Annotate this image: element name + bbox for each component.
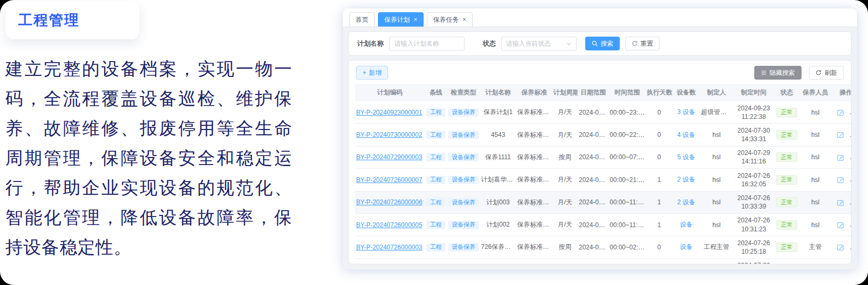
close-tab-icon[interactable]: × bbox=[414, 16, 417, 23]
cell-status: 正常 bbox=[774, 101, 799, 124]
cell-standard: 保养标准001 bbox=[516, 169, 552, 191]
status-badge: 正常 bbox=[776, 220, 797, 230]
edit-icon[interactable] bbox=[837, 199, 844, 206]
check-type-tag: 设备保养 bbox=[448, 131, 479, 139]
plan-code-link[interactable]: BY-P-20240729000003 bbox=[356, 153, 422, 161]
column-header: 条线 bbox=[425, 84, 447, 101]
plan-code-link[interactable]: BY-P-20240923000001 bbox=[356, 109, 422, 116]
copy-icon[interactable] bbox=[424, 199, 425, 205]
plan-code-link[interactable]: BY-P-20240726000006 bbox=[356, 198, 422, 206]
cell-created-time: 2024-07-26 10:25:18 bbox=[733, 236, 774, 258]
cell-plan-code: BY-P-20240730000002 bbox=[355, 124, 425, 146]
search-button[interactable]: 搜索 bbox=[585, 37, 620, 50]
check-type-tag: 设备保养 bbox=[448, 243, 479, 252]
copy-icon[interactable] bbox=[424, 132, 425, 138]
tab-home[interactable]: 首页 bbox=[349, 12, 375, 27]
plan-code-link[interactable]: BY-P-20240726000007 bbox=[356, 176, 422, 184]
status-label: 状态 bbox=[483, 39, 496, 48]
device-count-link[interactable]: 设备 bbox=[680, 243, 693, 251]
cell-check-type: 设备保养 bbox=[447, 169, 480, 191]
refresh-icon bbox=[631, 40, 638, 47]
hide-search-button[interactable]: 隐藏搜索 bbox=[754, 66, 802, 80]
copy-icon[interactable] bbox=[424, 244, 425, 251]
close-tab-icon[interactable]: × bbox=[462, 16, 466, 23]
plan-name-input[interactable] bbox=[389, 37, 465, 51]
device-count-link[interactable]: 设备 bbox=[680, 221, 693, 228]
cell-line: 工程 bbox=[425, 101, 447, 124]
status-select-placeholder: 请输入当前状态 bbox=[506, 39, 551, 48]
cell-creator: hsl bbox=[700, 258, 733, 264]
cell-cycle: 月/天 bbox=[552, 258, 578, 264]
edit-icon[interactable] bbox=[837, 244, 844, 251]
cell-device-count: 2 设备 bbox=[672, 169, 700, 191]
table-row: BY-P-20240726000005 工程 设备保养 计划002 保养标准00… bbox=[355, 213, 852, 236]
edit-icon[interactable] bbox=[837, 154, 844, 161]
cell-plan-name: 计划嘉华计划 bbox=[480, 169, 516, 191]
check-type-tag: 设备保养 bbox=[448, 176, 479, 184]
cell-time-range: 00:00~22:30 bbox=[609, 124, 646, 146]
refresh-button[interactable]: 刷新 bbox=[809, 66, 844, 80]
cell-created-time: 2024-07-26 16:32:05 bbox=[733, 169, 774, 191]
cell-operations bbox=[832, 101, 852, 124]
cell-exec-days: 0 bbox=[646, 101, 672, 124]
cell-creator: 工程主管 bbox=[700, 236, 733, 258]
cell-staff: hsl bbox=[799, 191, 832, 213]
edit-icon[interactable] bbox=[837, 221, 844, 229]
table-row: BY-P-20240726000007 工程 设备保养 计划嘉华计划 保养标准0… bbox=[355, 169, 852, 191]
cell-plan-code: BY-P-20240726000006 bbox=[355, 191, 425, 213]
list-icon bbox=[761, 70, 767, 76]
module-title: 工程管理 bbox=[18, 11, 80, 30]
edit-icon[interactable] bbox=[837, 176, 844, 184]
table-row: BY-P-20240730000002 工程 设备保养 4543 保养标准001… bbox=[355, 124, 852, 146]
tab-maintenance-task[interactable]: 保养任务 × bbox=[427, 12, 473, 27]
cell-device-count: 3 设备 bbox=[672, 258, 700, 264]
cell-line: 工程 bbox=[425, 236, 447, 258]
plan-name-label: 计划名称 bbox=[357, 39, 384, 48]
copy-icon[interactable] bbox=[424, 222, 425, 228]
device-count-link[interactable]: 5 设备 bbox=[677, 153, 695, 161]
edit-icon[interactable] bbox=[837, 109, 844, 116]
status-badge: 正常 bbox=[776, 243, 797, 252]
cell-plan-name: 保养计划1 bbox=[480, 101, 516, 124]
cell-staff: hsl bbox=[799, 213, 832, 236]
cell-date-range: 2024-07-... bbox=[578, 213, 609, 236]
column-header: 时间范围 bbox=[609, 84, 646, 101]
copy-icon[interactable] bbox=[424, 109, 425, 116]
copy-icon[interactable] bbox=[424, 154, 425, 160]
plan-code-link[interactable]: BY-P-20240726000005 bbox=[356, 221, 422, 229]
cell-staff: hsl bbox=[799, 101, 832, 124]
tab-maintenance-plan[interactable]: 保养计划 × bbox=[378, 12, 424, 27]
edit-icon[interactable] bbox=[837, 131, 844, 139]
device-count-link[interactable]: 2 设备 bbox=[677, 198, 695, 206]
reset-button[interactable]: 重置 bbox=[625, 37, 660, 50]
table-toolbar: + 新增 隐藏搜索 刷新 bbox=[355, 65, 845, 84]
device-count-link[interactable]: 3 设备 bbox=[677, 108, 695, 116]
cell-check-type: 设备保养 bbox=[447, 101, 480, 124]
cell-staff: 主管 bbox=[799, 236, 832, 258]
cell-standard: 保养标准001 bbox=[516, 101, 552, 124]
column-header: 计划编码 bbox=[355, 84, 425, 101]
cell-created-time: 2024-07-26 10:33:39 bbox=[733, 191, 774, 213]
cell-line: 工程 bbox=[425, 258, 447, 264]
device-count-link[interactable]: 4 设备 bbox=[677, 131, 695, 139]
plan-code-link[interactable]: BY-P-20240726000003 bbox=[356, 244, 422, 251]
plus-icon: + bbox=[363, 69, 366, 76]
cell-check-type: 设备保养 bbox=[447, 258, 480, 264]
cell-standard: 保养标准001 bbox=[516, 146, 552, 168]
add-button[interactable]: + 新增 bbox=[356, 66, 388, 80]
plan-code-link[interactable]: BY-P-20240730000002 bbox=[356, 131, 422, 139]
cell-plan-name: 保养计划001 bbox=[480, 258, 516, 264]
status-select[interactable]: 请输入当前状态 bbox=[501, 37, 577, 51]
cell-time-range: 00:00~07:30 bbox=[609, 146, 646, 168]
cell-status: 正常 bbox=[774, 191, 799, 213]
copy-icon[interactable] bbox=[424, 177, 425, 183]
line-tag: 工程 bbox=[426, 243, 445, 252]
search-icon bbox=[592, 40, 598, 47]
line-tag: 工程 bbox=[426, 198, 445, 206]
cell-plan-name: 726保养测... bbox=[480, 236, 516, 258]
cell-line: 工程 bbox=[425, 213, 447, 236]
cell-time-range: 00:00~21:00 bbox=[609, 169, 646, 191]
device-count-link[interactable]: 2 设备 bbox=[677, 176, 695, 183]
cell-device-count: 设备 bbox=[672, 213, 700, 236]
cell-cycle: 月/天 bbox=[552, 213, 578, 236]
